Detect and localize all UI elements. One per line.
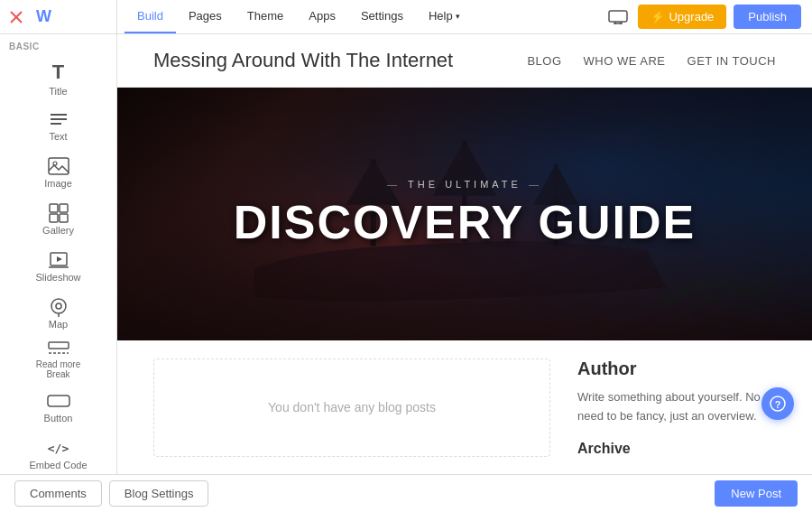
upgrade-button[interactable]: ⚡ Upgrade xyxy=(638,5,726,29)
nav-apps[interactable]: Apps xyxy=(296,0,348,33)
blog-settings-button[interactable]: Blog Settings xyxy=(109,480,209,507)
weebly-logo: W xyxy=(36,7,51,26)
close-button[interactable] xyxy=(7,8,25,26)
text-icon xyxy=(46,109,71,129)
nav-right-actions: ⚡ Upgrade Publish xyxy=(605,5,812,30)
svg-point-18 xyxy=(51,299,66,313)
hero-banner: THE ULTIMATE DISCOVERY GUIDE xyxy=(117,88,812,340)
svg-rect-23 xyxy=(48,396,69,406)
content-row: You don't have any blog posts Author Wri… xyxy=(117,340,812,474)
author-title: Author xyxy=(577,358,776,379)
author-sidebar: Author Write something about yourself. N… xyxy=(577,358,776,457)
nav-theme[interactable]: Theme xyxy=(235,0,296,33)
hero-title: DISCOVERY GUIDE xyxy=(234,197,697,248)
sidebar-item-map[interactable]: Map xyxy=(0,290,116,337)
site-title: Messing Around With The Internet xyxy=(153,49,453,72)
svg-rect-11 xyxy=(50,204,58,212)
svg-rect-2 xyxy=(609,11,627,22)
comments-button[interactable]: Comments xyxy=(14,480,102,507)
left-sidebar: BASIC T Title Text Image Gallery xyxy=(0,34,117,474)
map-icon xyxy=(46,297,71,317)
site-nav-who[interactable]: WHO WE ARE xyxy=(584,54,666,68)
svg-point-19 xyxy=(56,303,61,309)
no-posts-message: You don't have any blog posts xyxy=(268,400,436,414)
map-label: Map xyxy=(49,319,68,330)
author-description: Write something about yourself. No need … xyxy=(577,388,776,426)
new-post-button[interactable]: New Post xyxy=(715,480,798,507)
svg-marker-16 xyxy=(57,256,62,262)
sidebar-item-slideshow[interactable]: Slideshow xyxy=(0,243,116,290)
image-label: Image xyxy=(44,178,72,189)
title-icon: T xyxy=(46,61,71,84)
help-chevron-icon: ▾ xyxy=(456,12,460,21)
sidebar-item-title[interactable]: T Title xyxy=(0,55,116,102)
site-nav: BLOG WHO WE ARE GET IN TOUCH xyxy=(527,54,776,68)
bottom-bar: Comments Blog Settings New Post xyxy=(0,474,812,512)
title-label: Title xyxy=(49,86,67,97)
image-icon xyxy=(46,156,71,176)
slideshow-icon xyxy=(46,250,71,270)
top-nav: Build Pages Theme Apps Settings Help ▾ xyxy=(117,0,605,33)
sidebar-item-button[interactable]: Button xyxy=(0,384,116,431)
slideshow-label: Slideshow xyxy=(35,272,80,283)
svg-rect-14 xyxy=(60,214,68,222)
top-bar-left: W xyxy=(0,0,117,33)
gallery-label: Gallery xyxy=(42,225,74,236)
read-more-icon xyxy=(46,341,71,358)
site-header: Messing Around With The Internet BLOG WH… xyxy=(117,34,812,88)
nav-pages[interactable]: Pages xyxy=(176,0,235,33)
hero-subtitle: THE ULTIMATE xyxy=(387,179,542,190)
nav-help[interactable]: Help ▾ xyxy=(416,0,473,33)
button-label: Button xyxy=(44,413,73,424)
svg-rect-13 xyxy=(50,214,58,222)
svg-rect-9 xyxy=(49,158,69,174)
nav-settings[interactable]: Settings xyxy=(348,0,416,33)
help-bubble[interactable]: ? xyxy=(761,387,794,420)
site-nav-blog[interactable]: BLOG xyxy=(527,54,561,68)
svg-rect-21 xyxy=(49,342,69,349)
sidebar-item-embed[interactable]: </> Embed Code xyxy=(0,431,116,474)
site-preview: Messing Around With The Internet BLOG WH… xyxy=(117,34,812,474)
archive-title: Archive xyxy=(577,441,776,457)
embed-icon: </> xyxy=(46,438,71,458)
read-more-label: Read moreBreak xyxy=(36,359,80,379)
gallery-icon xyxy=(46,203,71,223)
top-bar: W Build Pages Theme Apps Settings Help ▾… xyxy=(0,0,812,34)
sidebar-item-image[interactable]: Image xyxy=(0,149,116,196)
blog-posts-area: You don't have any blog posts xyxy=(153,358,550,457)
device-preview-icon[interactable] xyxy=(605,5,631,30)
sidebar-item-text[interactable]: Text xyxy=(0,102,116,149)
bottom-left-actions: Comments Blog Settings xyxy=(14,480,208,507)
sidebar-item-gallery[interactable]: Gallery xyxy=(0,196,116,243)
nav-build[interactable]: Build xyxy=(125,0,176,33)
button-icon xyxy=(46,391,71,411)
canvas-area: Messing Around With The Internet BLOG WH… xyxy=(117,34,812,474)
lightning-icon: ⚡ xyxy=(651,10,665,23)
main-content: BASIC T Title Text Image Gallery xyxy=(0,34,812,474)
embed-label: Embed Code xyxy=(29,460,87,470)
sidebar-item-read-more[interactable]: Read moreBreak xyxy=(0,337,116,384)
svg-rect-12 xyxy=(60,204,68,212)
site-nav-contact[interactable]: GET IN TOUCH xyxy=(687,54,776,68)
sidebar-basic-label: BASIC xyxy=(0,34,116,55)
text-label: Text xyxy=(49,131,67,142)
publish-button[interactable]: Publish xyxy=(734,5,801,29)
svg-text:?: ? xyxy=(775,399,781,410)
